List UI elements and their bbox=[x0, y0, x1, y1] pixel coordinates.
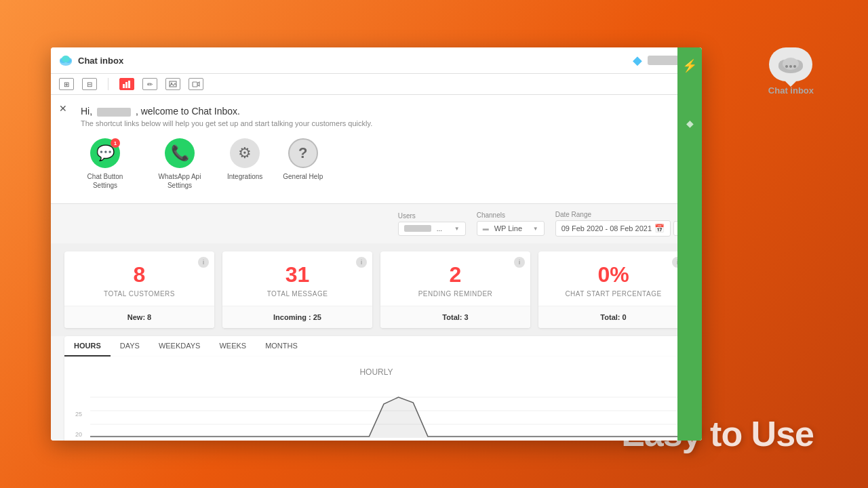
date-filter-group: Date Range 09 Feb 2020 - 08 Feb 2021 📅 ↻ bbox=[555, 211, 688, 237]
general-help-icon: ? bbox=[288, 138, 318, 168]
green-sidebar-diamond: ◆ bbox=[686, 118, 694, 129]
shortcut-integrations[interactable]: ⚙ Integrations bbox=[227, 138, 262, 190]
tab-days[interactable]: DAYS bbox=[111, 336, 149, 357]
shortcut-general-help[interactable]: ? General Help bbox=[283, 138, 323, 190]
welcome-suffix: , welcome to Chat Inbox. bbox=[136, 106, 240, 117]
tab-hours[interactable]: HOURS bbox=[64, 336, 111, 357]
total-customers-number: 8 bbox=[75, 262, 203, 287]
date-range-text: 09 Feb 2020 - 08 Feb 2021 bbox=[561, 224, 652, 232]
chart-area: HOURS DAYS WEEKDAYS WEEKS MONTHS HOURLY … bbox=[51, 336, 702, 441]
video-icon[interactable] bbox=[189, 78, 203, 90]
stat-card-total-message-top: i 31 TOTAL MESSAGE bbox=[222, 251, 372, 306]
edit-icon[interactable]: ✏ bbox=[142, 78, 157, 90]
chart-container: HOURLY 25 20 bbox=[64, 357, 688, 441]
stats-row: i 8 TOTAL CUSTOMERS New: 8 i 31 TOTAL ME… bbox=[51, 243, 702, 336]
integrations-icon: ⚙ bbox=[230, 138, 260, 168]
stat-card-total-customers: i 8 TOTAL CUSTOMERS New: 8 bbox=[64, 251, 214, 328]
calendar-icon: 📅 bbox=[654, 224, 665, 233]
total-message-number: 31 bbox=[233, 262, 361, 287]
users-filter-group: Users ... ▼ bbox=[398, 212, 466, 236]
users-filter-select[interactable]: ... ▼ bbox=[398, 222, 466, 236]
tab-weeks[interactable]: WEEKS bbox=[210, 336, 256, 357]
grid-view-icon[interactable]: ⊞ bbox=[59, 78, 74, 90]
cloud-svg bbox=[777, 54, 804, 75]
chat-inbox-widget: Chat inbox bbox=[768, 47, 814, 96]
channels-filter-select[interactable]: ▬ WP Line ▼ bbox=[477, 221, 545, 236]
close-button[interactable]: ✕ bbox=[59, 103, 67, 114]
integrations-label: Integrations bbox=[227, 172, 262, 181]
pending-reminder-bottom: Total: 3 bbox=[380, 306, 530, 328]
total-customers-bottom-label: New: bbox=[127, 313, 145, 321]
pending-reminder-number: 2 bbox=[391, 262, 519, 287]
users-filter-chevron: ▼ bbox=[454, 226, 460, 232]
chat-start-percentage-bottom: Total: 0 bbox=[538, 306, 688, 328]
users-filter-value-blur bbox=[404, 225, 431, 232]
chat-start-percentage-title: CHAT START PERCENTAGE bbox=[549, 290, 677, 298]
svg-point-6 bbox=[793, 65, 796, 68]
bar-chart-svg bbox=[123, 80, 131, 88]
svg-point-4 bbox=[785, 65, 788, 68]
green-sidebar-icon: ⚡ bbox=[682, 58, 697, 73]
chart-svg-container bbox=[90, 384, 677, 438]
svg-rect-16 bbox=[193, 82, 197, 87]
notification-dot: 1 bbox=[111, 138, 120, 148]
svg-point-3 bbox=[783, 58, 799, 70]
total-message-bottom-value: 25 bbox=[313, 313, 321, 321]
welcome-banner: ✕ Hi, , welcome to Chat Inbox. The short… bbox=[51, 95, 702, 204]
stat-card-pending-reminder-top: i 2 PENDING REMINDER bbox=[380, 251, 530, 306]
green-sidebar: ⚡ ◆ bbox=[677, 47, 702, 441]
tiles-view-icon[interactable]: ⊟ bbox=[82, 78, 97, 90]
total-customers-title: TOTAL CUSTOMERS bbox=[75, 290, 203, 298]
total-customers-bottom: New: 8 bbox=[64, 306, 214, 328]
y-label-25: 25 bbox=[75, 411, 82, 418]
chart-title: HOURLY bbox=[75, 367, 677, 377]
total-message-title: TOTAL MESSAGE bbox=[233, 290, 361, 298]
shortcut-chat-button-settings[interactable]: 💬 1 Chat Button Settings bbox=[78, 138, 132, 190]
channels-filter-label: Channels bbox=[477, 211, 545, 219]
stat-card-total-message: i 31 TOTAL MESSAGE Incoming : 25 bbox=[222, 251, 372, 328]
stat-card-chat-start-percentage-top: i 0% CHAT START PERCENTAGE bbox=[538, 251, 688, 306]
shortcut-whatsapp-api-settings[interactable]: 📞 WhatsApp Api Settings bbox=[153, 138, 207, 190]
pending-reminder-title: PENDING REMINDER bbox=[391, 290, 519, 298]
total-message-bottom: Incoming : 25 bbox=[222, 306, 372, 328]
svg-rect-13 bbox=[128, 81, 130, 88]
gray-bar bbox=[648, 56, 682, 65]
logo-svg bbox=[59, 54, 73, 67]
total-customers-info-icon[interactable]: i bbox=[198, 257, 209, 268]
total-message-bottom-label: Incoming : bbox=[273, 313, 311, 321]
pending-reminder-bottom-value: 3 bbox=[465, 313, 469, 321]
image-icon[interactable] bbox=[165, 78, 180, 90]
general-help-label: General Help bbox=[283, 172, 323, 181]
welcome-subtitle: The shortcut links below will help you g… bbox=[81, 119, 688, 127]
filter-bar: Users ... ▼ Channels ▬ WP Line ▼ bbox=[51, 204, 702, 243]
stat-card-total-customers-top: i 8 TOTAL CUSTOMERS bbox=[64, 251, 214, 306]
channels-filter-group: Channels ▬ WP Line ▼ bbox=[477, 211, 545, 236]
chart-y-axis: 25 20 bbox=[75, 411, 85, 438]
whatsapp-api-settings-icon: 📞 bbox=[165, 138, 195, 168]
app-window: Chat inbox ◆ ▼ ⊞ ⊟ ✏ bbox=[51, 47, 702, 441]
app-title: Chat inbox bbox=[78, 56, 123, 66]
chat-start-percentage-bottom-label: Total: bbox=[600, 313, 620, 321]
chat-inbox-label: Chat inbox bbox=[768, 85, 814, 96]
tab-weekdays[interactable]: WEEKDAYS bbox=[149, 336, 210, 357]
stat-card-chat-start-percentage: i 0% CHAT START PERCENTAGE Total: 0 bbox=[538, 251, 688, 328]
total-message-info-icon[interactable]: i bbox=[356, 257, 367, 268]
shortcut-icons: 💬 1 Chat Button Settings 📞 WhatsApp Api … bbox=[64, 138, 688, 190]
pending-reminder-info-icon[interactable]: i bbox=[514, 257, 525, 268]
date-filter-value[interactable]: 09 Feb 2020 - 08 Feb 2021 📅 bbox=[555, 220, 671, 237]
chart-tabs: HOURS DAYS WEEKDAYS WEEKS MONTHS bbox=[64, 336, 688, 357]
pending-reminder-bottom-label: Total: bbox=[442, 313, 462, 321]
title-bar: Chat inbox ◆ ▼ bbox=[51, 47, 702, 74]
app-logo bbox=[59, 54, 73, 67]
date-filter-label: Date Range bbox=[555, 211, 688, 218]
channels-filter-value: WP Line bbox=[494, 224, 522, 232]
content-wrapper: ✕ Hi, , welcome to Chat Inbox. The short… bbox=[51, 95, 702, 441]
username-blur bbox=[97, 108, 131, 117]
chat-inbox-cloud-icon bbox=[769, 47, 812, 81]
tab-months[interactable]: MONTHS bbox=[256, 336, 307, 357]
users-filter-label: Users bbox=[398, 212, 466, 220]
svg-point-10 bbox=[62, 56, 70, 62]
bar-chart-icon[interactable] bbox=[119, 78, 134, 90]
toolbar: ⊞ ⊟ ✏ bbox=[51, 74, 702, 95]
svg-rect-12 bbox=[125, 82, 127, 88]
